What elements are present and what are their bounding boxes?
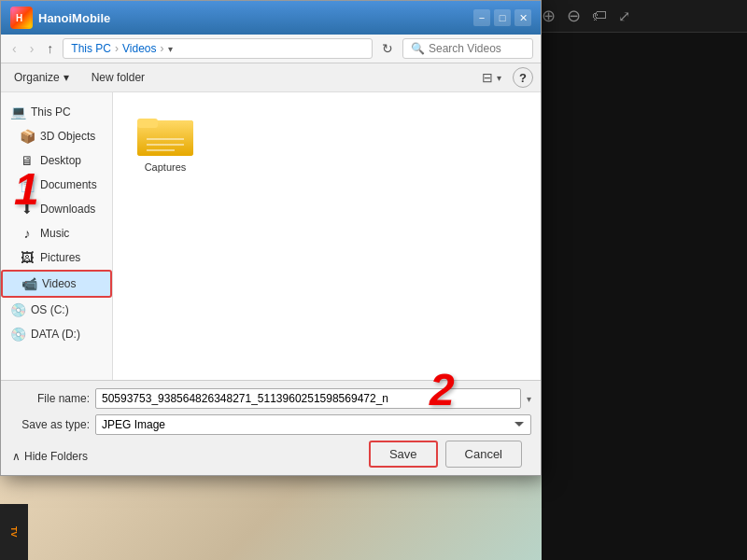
breadcrumb-sep-2: › xyxy=(161,42,164,55)
organize-chevron: ▾ xyxy=(63,71,69,84)
tag-icon[interactable]: 🏷 xyxy=(592,7,607,24)
bottom-bar: File name: ▾ Save as type: JPEG Image PN… xyxy=(1,380,541,475)
zoom-out-icon[interactable]: ⊖ xyxy=(567,6,581,26)
hide-folders-link[interactable]: ∧ Hide Folders xyxy=(10,441,88,468)
view-options: ⊟ ▾ xyxy=(482,70,501,85)
this-pc-icon: 💻 xyxy=(10,105,25,119)
savetype-select[interactable]: JPEG Image PNG Image BMP Image xyxy=(95,414,531,435)
back-button[interactable]: ‹ xyxy=(8,39,21,58)
sidebar-label-music: Music xyxy=(40,227,69,240)
search-bar: 🔍 xyxy=(402,38,533,59)
documents-icon: 📄 xyxy=(20,177,35,192)
sidebar-item-music[interactable]: ♪ Music xyxy=(1,221,112,245)
nav-sidebar: 💻 This PC 📦 3D Objects 🖥 Desktop 📄 Docum… xyxy=(1,92,113,380)
dialog-title: HanoiMobile xyxy=(38,11,110,25)
address-bar: ‹ › ↑ This PC › Videos › ▾ ↻ 🔍 xyxy=(1,35,541,63)
sidebar-label-data-d: DATA (D:) xyxy=(31,328,80,341)
svg-text:H: H xyxy=(16,13,22,23)
breadcrumb-this-pc[interactable]: This PC xyxy=(71,42,111,55)
filename-row: File name: ▾ xyxy=(10,388,531,409)
breadcrumb[interactable]: This PC › Videos › ▾ xyxy=(63,38,373,59)
folder-captures[interactable]: Captures xyxy=(128,107,203,178)
file-area: Captures xyxy=(113,92,541,380)
sidebar-item-pictures[interactable]: 🖼 Pictures xyxy=(1,245,112,270)
savetype-row: Save as type: JPEG Image PNG Image BMP I… xyxy=(10,414,531,435)
sidebar-label-pictures: Pictures xyxy=(40,251,80,264)
hide-folders-label: Hide Folders xyxy=(24,450,88,463)
right-toolbar: ⊕ ⊖ 🏷 ⤢ xyxy=(532,0,747,33)
sidebar-label-videos: Videos xyxy=(42,277,76,290)
3d-objects-icon: 📦 xyxy=(20,129,35,144)
search-icon: 🔍 xyxy=(411,42,425,55)
savetype-label: Save as type: xyxy=(10,418,90,431)
sidebar-item-documents[interactable]: 📄 Documents xyxy=(1,173,112,197)
filename-input[interactable] xyxy=(95,388,521,409)
sidebar-item-3d-objects[interactable]: 📦 3D Objects xyxy=(1,124,112,148)
os-c-icon: 💿 xyxy=(10,302,25,317)
bottom-image-strip: TV xyxy=(0,467,542,560)
hide-folders-arrow: ∧ xyxy=(12,450,21,463)
sidebar-label-documents: Documents xyxy=(40,178,97,191)
new-folder-button[interactable]: New folder xyxy=(86,68,150,87)
videos-icon: 📹 xyxy=(21,276,36,291)
button-row: ∧ Hide Folders Save Cancel xyxy=(10,441,531,468)
sidebar-item-videos[interactable]: 📹 Videos xyxy=(1,270,112,298)
breadcrumb-dropdown[interactable]: ▾ xyxy=(168,44,173,54)
breadcrumb-videos[interactable]: Videos xyxy=(122,42,156,55)
search-input[interactable] xyxy=(429,42,525,55)
save-button[interactable]: Save xyxy=(369,441,438,468)
up-button[interactable]: ↑ xyxy=(43,39,57,58)
toolbar: Organize ▾ New folder ⊟ ▾ ? xyxy=(1,63,541,92)
breadcrumb-sep-1: › xyxy=(115,42,119,55)
organize-button[interactable]: Organize ▾ xyxy=(8,68,75,87)
right-panel-background: ⊕ ⊖ 🏷 ⤢ NEO f ✓ t xyxy=(532,0,747,560)
folder-icon-captures xyxy=(137,113,193,158)
sidebar-label-3d-objects: 3D Objects xyxy=(40,130,95,143)
pictures-icon: 🖼 xyxy=(20,250,35,265)
main-content: 💻 This PC 📦 3D Objects 🖥 Desktop 📄 Docum… xyxy=(1,92,541,380)
svg-rect-4 xyxy=(137,119,158,128)
filename-dropdown[interactable]: ▾ xyxy=(527,394,531,404)
title-bar: H HanoiMobile − □ ✕ xyxy=(1,1,541,35)
refresh-button[interactable]: ↻ xyxy=(378,39,397,58)
new-folder-label: New folder xyxy=(92,71,145,84)
expand-icon[interactable]: ⤢ xyxy=(618,7,630,25)
sidebar-item-os-c[interactable]: 💿 OS (C:) xyxy=(1,298,112,322)
sidebar-label-downloads: Downloads xyxy=(40,203,95,216)
title-bar-controls: − □ ✕ xyxy=(473,9,531,26)
downloads-icon: ⬇ xyxy=(20,202,35,217)
sidebar-label-os-c: OS (C:) xyxy=(31,303,69,316)
sidebar-item-data-d[interactable]: 💿 DATA (D:) xyxy=(1,322,112,346)
forward-button[interactable]: › xyxy=(26,39,38,58)
tv-logo: TV xyxy=(0,504,28,560)
view-icon[interactable]: ⊟ xyxy=(482,70,493,85)
sidebar-item-desktop[interactable]: 🖥 Desktop xyxy=(1,148,112,173)
help-icon: ? xyxy=(519,71,527,85)
folder-label-captures: Captures xyxy=(145,161,187,173)
organize-label: Organize xyxy=(14,71,60,84)
view-dropdown[interactable]: ▾ xyxy=(497,73,501,83)
app-logo: H xyxy=(10,7,33,29)
sidebar-item-this-pc[interactable]: 💻 This PC xyxy=(1,100,112,124)
sidebar-label-desktop: Desktop xyxy=(40,154,81,167)
title-bar-left: H HanoiMobile xyxy=(10,7,110,29)
zoom-in-icon[interactable]: ⊕ xyxy=(542,6,556,26)
sidebar-item-downloads[interactable]: ⬇ Downloads xyxy=(1,197,112,221)
music-icon: ♪ xyxy=(20,226,35,241)
save-dialog: H HanoiMobile − □ ✕ ‹ › ↑ This PC › Vide… xyxy=(0,0,542,476)
minimize-button[interactable]: − xyxy=(473,9,490,26)
close-button[interactable]: ✕ xyxy=(514,9,531,26)
maximize-button[interactable]: □ xyxy=(494,9,511,26)
help-button[interactable]: ? xyxy=(513,67,533,88)
desktop-icon: 🖥 xyxy=(20,153,35,168)
filename-label: File name: xyxy=(10,392,90,405)
sidebar-label-this-pc: This PC xyxy=(31,105,71,119)
cancel-button[interactable]: Cancel xyxy=(445,441,522,468)
data-d-icon: 💿 xyxy=(10,327,25,342)
